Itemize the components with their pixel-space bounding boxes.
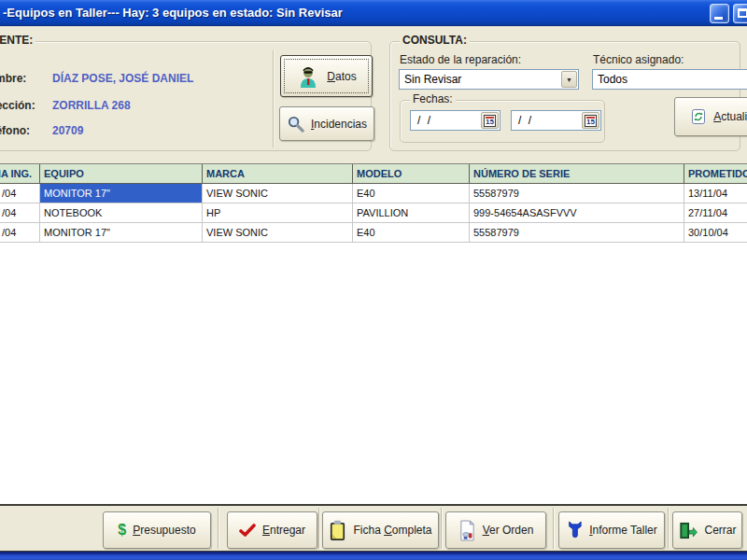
grid-cell-modelo[interactable]: PAVILLION [353, 203, 470, 223]
nombre-label: Nombre: [0, 72, 26, 85]
ver-orden-button[interactable]: Ver Orden [445, 511, 546, 549]
grid-cell-marca[interactable]: VIEW SONIC [203, 223, 353, 243]
grid-cell-fecha-ing[interactable]: /04 [0, 203, 40, 223]
equipment-grid: FECHA ING. EQUIPO MARCA MODELO NÚMERO DE… [0, 163, 747, 504]
actualizar-button[interactable]: Actualizar [674, 97, 747, 136]
magnifier-icon [287, 115, 304, 133]
footer-divider [218, 508, 218, 549]
header-cell-equipo: EQUIPO [40, 164, 203, 184]
grid-header: FECHA ING. EQUIPO MARCA MODELO NÚMERO DE… [0, 164, 747, 184]
ficha-completa-button[interactable]: Ficha Completa [322, 511, 439, 549]
minimize-icon [714, 17, 723, 20]
datos-button[interactable]: Datos [280, 55, 373, 97]
estado-combobox[interactable]: Sin Revisar ▼ [399, 69, 579, 90]
grid-row: /04 NOTEBOOK HP PAVILLION 999-54654ASASF… [0, 203, 747, 223]
grid-row: /04 MONITOR 17" VIEW SONIC E40 55587979 … [0, 184, 747, 203]
footer-divider [441, 508, 442, 549]
fecha-desde-input[interactable]: / / 15 [410, 110, 500, 131]
footer-divider [553, 508, 554, 549]
fechas-groupbox: Fechas: / / 15 / / 15 [400, 100, 605, 143]
header-cell-numero-serie: NÚMERO DE SERIE [470, 164, 684, 184]
grid-cell-equipo[interactable]: MONITOR 17" [40, 223, 203, 243]
ver-orden-label: Ver Orden [483, 524, 534, 537]
grid-cell-equipo-selected[interactable]: MONITOR 17" [40, 184, 203, 203]
fechas-group-label: Fechas: [410, 92, 456, 105]
grid-cell-numero-serie[interactable]: 55587979 [470, 223, 684, 243]
grid-row: /04 MONITOR 17" VIEW SONIC E40 55587979 … [0, 223, 747, 243]
estado-label: Estado de la reparación: [400, 53, 521, 66]
grid-cell-prometido[interactable]: 27/11/04 [684, 203, 747, 223]
grid-cell-prometido[interactable]: 13/11/04 [684, 184, 747, 203]
minimize-button[interactable] [710, 4, 729, 23]
fecha-hasta-value: / / [512, 114, 581, 127]
cliente-group-label: CLIENTE: [0, 34, 35, 47]
check-icon [239, 524, 256, 537]
grid-cell-marca[interactable]: VIEW SONIC [203, 184, 353, 203]
dollar-icon: $ [118, 522, 126, 539]
grid-cell-equipo[interactable]: NOTEBOOK [40, 203, 203, 223]
informe-taller-label: Informe Taller [589, 524, 656, 537]
entregar-label: Entregar [262, 524, 305, 537]
calendar-icon: 15 [484, 115, 496, 127]
window-title: -Equipos en Taller--- Hay: 3 equipos en … [3, 0, 343, 26]
presupuesto-button[interactable]: $ Presupuesto [103, 511, 211, 549]
incidencias-label: Incidencias [311, 118, 367, 131]
fecha-hasta-input[interactable]: / / 15 [511, 110, 601, 131]
footer-separator [0, 504, 747, 506]
datos-label: Datos [327, 70, 356, 83]
grid-cell-numero-serie[interactable]: 55587979 [470, 184, 684, 203]
chevron-down-icon: ▼ [566, 77, 572, 83]
wrench-icon [566, 521, 583, 539]
estado-value: Sin Revisar [400, 73, 560, 86]
person-icon [296, 65, 320, 88]
estado-dropdown-button[interactable]: ▼ [561, 71, 577, 88]
direccion-label: Dirección: [0, 99, 35, 112]
tecnico-label: Técnico asignado: [593, 53, 684, 66]
grid-cell-numero-serie[interactable]: 999-54654ASASFVVV [470, 203, 684, 223]
grid-cell-fecha-ing[interactable]: /04 [0, 184, 40, 203]
incidencias-button[interactable]: Incidencias [279, 106, 374, 141]
grid-cell-fecha-ing[interactable]: /04 [0, 223, 40, 243]
direccion-value: ZORRILLA 268 [52, 99, 131, 112]
tecnico-combobox[interactable]: Todos ▼ [592, 69, 747, 90]
fecha-desde-calendar-button[interactable]: 15 [481, 112, 499, 129]
fecha-desde-value: / / [411, 114, 480, 127]
consulta-group-label: CONSULTA: [400, 34, 470, 47]
fecha-hasta-calendar-button[interactable]: 15 [582, 112, 599, 129]
cerrar-button[interactable]: Cerrar [672, 511, 742, 549]
grid-cell-marca[interactable]: HP [203, 203, 353, 223]
title-bar: -Equipos en Taller--- Hay: 3 equipos en … [0, 0, 747, 26]
header-cell-marca: MARCA [203, 164, 353, 184]
footer-divider [668, 508, 669, 549]
tecnico-value: Todos [593, 73, 747, 86]
nombre-value: DÍAZ POSE, JOSÉ DANIEL [52, 72, 193, 85]
refresh-icon [690, 108, 707, 125]
footer-divider [318, 508, 319, 549]
cerrar-label: Cerrar [704, 524, 736, 537]
telefono-label: Teléfono: [0, 124, 30, 137]
header-cell-modelo: MODELO [353, 164, 470, 184]
document-icon [458, 520, 476, 541]
header-cell-fecha-ing: FECHA ING. [0, 164, 40, 184]
cliente-buttons-divider [273, 50, 274, 147]
maximize-button[interactable] [733, 4, 747, 23]
grid-cell-modelo[interactable]: E40 [353, 184, 470, 203]
header-cell-prometido: PROMETIDO [684, 164, 747, 184]
grid-cell-prometido[interactable]: 30/10/04 [684, 223, 747, 243]
presupuesto-label: Presupuesto [133, 524, 195, 537]
calendar-icon: 15 [585, 115, 597, 127]
entregar-button[interactable]: Entregar [227, 511, 317, 549]
maximize-icon [738, 8, 747, 18]
informe-taller-button[interactable]: Informe Taller [558, 511, 665, 549]
clipboard-icon [329, 520, 346, 541]
grid-cell-modelo[interactable]: E40 [353, 223, 470, 243]
ficha-completa-label: Ficha Completa [353, 524, 431, 537]
bottom-status-strip [0, 551, 747, 560]
exit-door-icon [678, 522, 698, 539]
telefono-value: 20709 [52, 124, 83, 137]
actualizar-label: Actualizar [713, 110, 747, 123]
